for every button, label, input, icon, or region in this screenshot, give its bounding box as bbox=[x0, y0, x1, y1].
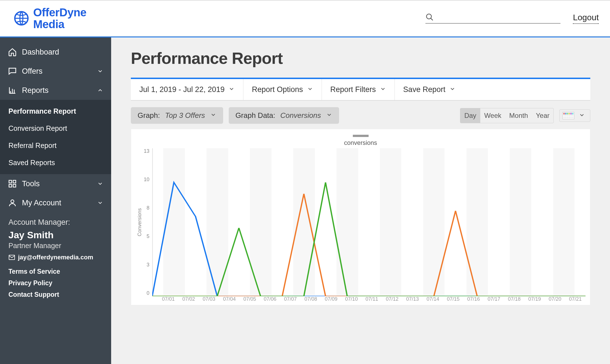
sidebar-item-label: Reports bbox=[22, 86, 49, 95]
seg-year[interactable]: Year bbox=[532, 108, 554, 123]
palette-icon bbox=[562, 112, 574, 119]
bar-chart-icon bbox=[8, 86, 17, 95]
sidebar-item-label: Offers bbox=[22, 67, 42, 76]
sidebar-item-label: Dashboard bbox=[22, 48, 59, 57]
tools-icon bbox=[8, 179, 17, 188]
chevron-up-icon bbox=[97, 87, 103, 93]
seg-day[interactable]: Day bbox=[460, 108, 480, 123]
svg-point-7 bbox=[11, 200, 14, 203]
graph-data-selector[interactable]: Graph Data: Conversions bbox=[229, 107, 339, 124]
legend-dash-icon bbox=[353, 135, 369, 137]
account-manager-block: Account Manager: Jay Smith Partner Manag… bbox=[0, 212, 111, 264]
seg-week[interactable]: Week bbox=[480, 108, 505, 123]
chevron-down-icon bbox=[97, 200, 103, 206]
svg-rect-4 bbox=[13, 180, 16, 183]
chevron-down-icon bbox=[97, 68, 103, 74]
logout-link[interactable]: Logout bbox=[573, 13, 599, 24]
user-icon bbox=[8, 198, 17, 207]
sidebar-item-label: My Account bbox=[22, 199, 61, 207]
footer-privacy[interactable]: Privacy Policy bbox=[8, 279, 103, 287]
sidebar-item-tools[interactable]: Tools bbox=[0, 174, 111, 193]
report-option-bar: Jul 1, 2019 - Jul 22, 2019 Report Option… bbox=[131, 78, 590, 100]
home-icon bbox=[8, 48, 17, 57]
main-content: Performance Report Jul 1, 2019 - Jul 22,… bbox=[111, 37, 610, 364]
svg-point-1 bbox=[427, 14, 432, 19]
account-manager-title: Partner Manager bbox=[8, 242, 103, 250]
account-manager-email[interactable]: jay@offerdynemedia.com bbox=[8, 254, 103, 261]
brand-name: OfferDyne Media bbox=[33, 6, 86, 30]
graph-selector[interactable]: Graph: Top 3 Offers bbox=[131, 107, 223, 124]
chevron-down-icon bbox=[97, 181, 103, 187]
graph-toggle-row: Graph: Top 3 Offers Graph Data: Conversi… bbox=[131, 107, 590, 124]
account-manager-name: Jay Smith bbox=[8, 230, 103, 241]
footer-terms[interactable]: Terms of Service bbox=[8, 268, 103, 275]
daterange-selector[interactable]: Jul 1, 2019 - Jul 22, 2019 bbox=[131, 79, 243, 100]
chevron-down-icon bbox=[210, 111, 216, 120]
search-icon bbox=[425, 13, 434, 21]
chevron-down-icon bbox=[380, 85, 386, 94]
chevron-down-icon bbox=[326, 111, 332, 120]
sidebar-item-dashboard[interactable]: Dashboard bbox=[0, 42, 111, 62]
mail-icon bbox=[8, 254, 15, 261]
subnav-conversion-report[interactable]: Conversion Report bbox=[0, 120, 111, 137]
y-axis-ticks: 13108530 bbox=[144, 148, 152, 296]
report-options-dropdown[interactable]: Report Options bbox=[243, 79, 322, 100]
subnav-referral-report[interactable]: Referral Report bbox=[0, 137, 111, 154]
sidebar-item-my-account[interactable]: My Account bbox=[0, 193, 111, 212]
report-filters-dropdown[interactable]: Report Filters bbox=[322, 79, 395, 100]
chart-container: conversions Conversions 13108530 07/0107… bbox=[131, 129, 590, 305]
sidebar: Dashboard Offers Reports Performance Rep… bbox=[0, 37, 111, 364]
x-axis-ticks: 07/0107/0207/0307/0407/0507/0607/0707/08… bbox=[158, 296, 586, 302]
footer-support[interactable]: Contact Support bbox=[8, 291, 103, 298]
account-manager-label: Account Manager: bbox=[8, 218, 103, 227]
subnav-saved-reports[interactable]: Saved Reports bbox=[0, 154, 111, 171]
chevron-down-icon bbox=[579, 112, 585, 119]
time-granularity-selector: Day Week Month Year bbox=[460, 108, 554, 123]
svg-rect-5 bbox=[9, 185, 12, 187]
footer-links: Terms of Service Privacy Policy Contact … bbox=[0, 264, 111, 302]
seg-month[interactable]: Month bbox=[505, 108, 532, 123]
search-input[interactable] bbox=[439, 13, 560, 21]
chat-icon bbox=[8, 67, 17, 76]
sidebar-item-label: Tools bbox=[22, 179, 40, 188]
top-header: OfferDyne Media Logout bbox=[0, 0, 610, 37]
brand-logo[interactable]: OfferDyne Media bbox=[14, 6, 86, 30]
chart-plot-area bbox=[152, 148, 586, 296]
chevron-down-icon bbox=[307, 85, 313, 94]
save-report-dropdown[interactable]: Save Report bbox=[395, 79, 464, 100]
reports-submenu: Performance Report Conversion Report Ref… bbox=[0, 100, 111, 174]
search-input-wrap[interactable] bbox=[425, 13, 560, 24]
sidebar-item-offers[interactable]: Offers bbox=[0, 62, 111, 81]
y-axis-label: Conversions bbox=[136, 208, 144, 236]
chevron-down-icon bbox=[228, 85, 235, 94]
globe-icon bbox=[14, 10, 29, 26]
sidebar-item-reports[interactable]: Reports bbox=[0, 81, 111, 100]
subnav-performance-report[interactable]: Performance Report bbox=[0, 103, 111, 120]
chevron-down-icon bbox=[449, 85, 456, 94]
page-title: Performance Report bbox=[131, 49, 590, 68]
chart-legend: conversions bbox=[136, 134, 586, 147]
svg-rect-3 bbox=[9, 180, 12, 183]
svg-rect-6 bbox=[13, 185, 16, 187]
svg-line-2 bbox=[431, 18, 433, 21]
color-palette-selector[interactable] bbox=[559, 109, 590, 122]
